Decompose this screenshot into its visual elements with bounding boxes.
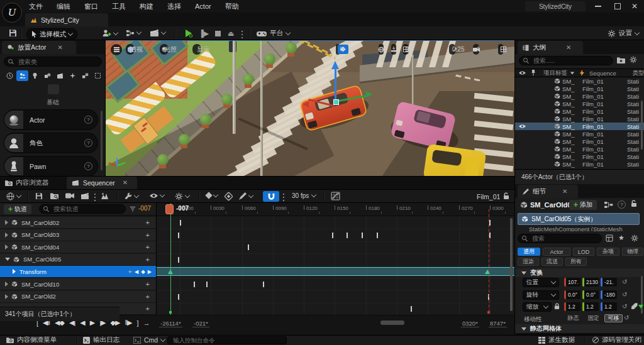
position-x-field[interactable]: 107. xyxy=(564,278,580,287)
outliner-tab[interactable]: 大纲 ✕ xyxy=(518,41,583,54)
help-icon[interactable]: ? xyxy=(618,200,626,209)
track-search-input[interactable] xyxy=(52,205,121,213)
add-section-icon[interactable]: + xyxy=(146,305,150,312)
track-search[interactable] xyxy=(39,204,126,214)
collapsed-icon[interactable] xyxy=(13,269,16,274)
place-search[interactable] xyxy=(4,57,102,67)
skip-icon[interactable]: ▐▶ xyxy=(199,30,209,38)
scale-lock-icon[interactable] xyxy=(554,303,560,310)
track-row-SM_CarOld04[interactable]: SM_CarOld04+ xyxy=(0,241,156,253)
filter-tab-渲染[interactable]: 渲染 xyxy=(518,258,539,266)
derived-data-button[interactable]: 派生数据 xyxy=(538,336,575,344)
rotation-z-field[interactable]: -180 xyxy=(601,290,617,299)
outliner-row[interactable]: SM_Film_01Stati xyxy=(515,107,644,115)
render-movie-icon[interactable] xyxy=(80,192,89,200)
keyframe-tick[interactable] xyxy=(489,220,491,226)
viewport-perspective-menu[interactable]: 透视 xyxy=(126,44,135,55)
snap-options-icon[interactable] xyxy=(283,194,284,195)
place-item-Pawn[interactable]: Pawn? xyxy=(4,156,98,177)
to-end-button[interactable]: ] xyxy=(137,319,138,327)
timeline-scrollbar[interactable] xyxy=(510,218,513,311)
recent-icon[interactable] xyxy=(4,70,16,81)
reset-icon[interactable]: ↺ xyxy=(622,303,627,310)
keyframe-tick[interactable] xyxy=(178,294,179,300)
reset-icon[interactable]: ↺ xyxy=(622,278,627,285)
help-icon[interactable]: ? xyxy=(84,162,92,170)
menu-窗口[interactable]: 窗口 xyxy=(82,2,101,11)
lightning-icon[interactable] xyxy=(580,70,584,76)
filter-tab-通用[interactable]: 通用 xyxy=(518,248,540,256)
keyframe-tick[interactable] xyxy=(263,282,264,287)
help-icon[interactable]: ? xyxy=(84,116,92,124)
console-command-input[interactable] xyxy=(172,336,282,344)
outliner-row[interactable]: SM_Film_01Stati xyxy=(515,138,644,145)
sequencer-timeline[interactable]: 0000003000600090012001500180021002400270… xyxy=(156,203,514,315)
close-icon[interactable]: ✕ xyxy=(562,189,567,195)
menu-工具[interactable]: 工具 xyxy=(109,2,128,11)
outliner-col-type[interactable]: 类型 xyxy=(633,69,644,77)
console-input[interactable] xyxy=(167,336,287,344)
menu-选择[interactable]: 选择 xyxy=(165,2,184,11)
keyframe-tick[interactable] xyxy=(347,233,348,238)
key-nav-icons[interactable]: ◀ ◆ ▶ xyxy=(135,269,152,275)
keyframe-tick[interactable] xyxy=(362,233,363,238)
curve-editor-icon[interactable] xyxy=(331,192,340,200)
component-instance-row[interactable]: SM_CarOld05（实例） xyxy=(518,213,640,225)
outliner-row[interactable]: SM_Film_01Stati xyxy=(515,153,644,160)
rotation-x-field[interactable]: 0.0° xyxy=(564,290,580,299)
add-section-icon[interactable]: + xyxy=(146,219,150,226)
close-button[interactable]: ✕ xyxy=(631,2,638,11)
outliner-col-label[interactable]: 项目标签 xyxy=(543,69,567,77)
eye-icon[interactable] xyxy=(519,70,526,75)
track-row-Transform[interactable]: Transform◀ ◆ ▶+ xyxy=(0,266,156,278)
outliner-row[interactable]: SM_Film_01Stati xyxy=(515,123,644,130)
menu-文件[interactable]: 文件 xyxy=(26,2,45,11)
filter-tab-杂项[interactable]: 杂项 xyxy=(597,248,619,256)
cmd-select[interactable]: Cmd xyxy=(133,336,165,344)
transform-section-header[interactable]: 变换 xyxy=(515,268,644,277)
surface-snap-toggle[interactable] xyxy=(391,44,396,55)
details-settings-icon[interactable] xyxy=(631,234,638,242)
add-section-icon[interactable]: + xyxy=(146,293,150,300)
fps-select[interactable]: 30 fps xyxy=(292,192,316,199)
viewport-lit-menu[interactable]: 光照 xyxy=(160,44,169,55)
details-search[interactable] xyxy=(518,234,602,243)
close-icon[interactable]: ✕ xyxy=(566,45,571,51)
add-section-icon[interactable]: + xyxy=(146,231,150,239)
expanded-icon[interactable] xyxy=(5,258,10,261)
scale-z-field[interactable]: 1.2 xyxy=(601,302,617,311)
save-icon[interactable] xyxy=(9,29,17,37)
grid-snap-control[interactable]: 10 xyxy=(402,44,409,55)
menu-帮助[interactable]: 帮助 xyxy=(223,2,242,11)
keyframe-tick[interactable] xyxy=(206,282,208,287)
pin-icon[interactable] xyxy=(531,70,536,76)
collapsed-icon[interactable] xyxy=(5,233,8,238)
static-mesh-section-header[interactable]: 静态网格体 xyxy=(515,324,644,333)
auto-key-icon[interactable] xyxy=(224,192,233,201)
gizmo-origin[interactable] xyxy=(333,99,339,105)
keyframe-tick[interactable] xyxy=(194,282,195,287)
menu-编辑[interactable]: 编辑 xyxy=(54,2,73,11)
content-browser-tab[interactable]: 内容浏览器 xyxy=(5,177,49,189)
range-start-field[interactable]: -26114* xyxy=(159,320,182,327)
keyframe-tick[interactable] xyxy=(178,233,179,238)
keyframe-tick[interactable] xyxy=(178,257,179,263)
keyframe-options-menu[interactable] xyxy=(206,193,218,198)
lock-icon[interactable] xyxy=(631,200,637,207)
new-folder-icon[interactable] xyxy=(617,57,625,63)
snap-toggle[interactable] xyxy=(263,191,279,202)
lights-icon[interactable] xyxy=(29,70,41,81)
playhead-line[interactable] xyxy=(170,203,171,315)
position-label[interactable]: 位置 xyxy=(523,278,559,287)
play-icon[interactable] xyxy=(184,28,194,38)
browse-to-asset-icon[interactable] xyxy=(50,192,59,200)
collapsed-icon[interactable] xyxy=(5,282,8,287)
place-item-Actor[interactable]: Actor? xyxy=(4,109,98,130)
sequencer-save-icon[interactable] xyxy=(35,192,43,200)
sequencer-view-menu[interactable] xyxy=(150,193,164,199)
keyframe-tick[interactable] xyxy=(377,233,378,238)
blueprint-convert-icon[interactable] xyxy=(604,201,613,209)
sequencer-playback-options[interactable] xyxy=(175,192,189,200)
track-row-SM_CarOld02[interactable]: SM_CarOld02+ xyxy=(0,217,156,229)
platforms-button[interactable]: 平台 xyxy=(257,29,290,38)
